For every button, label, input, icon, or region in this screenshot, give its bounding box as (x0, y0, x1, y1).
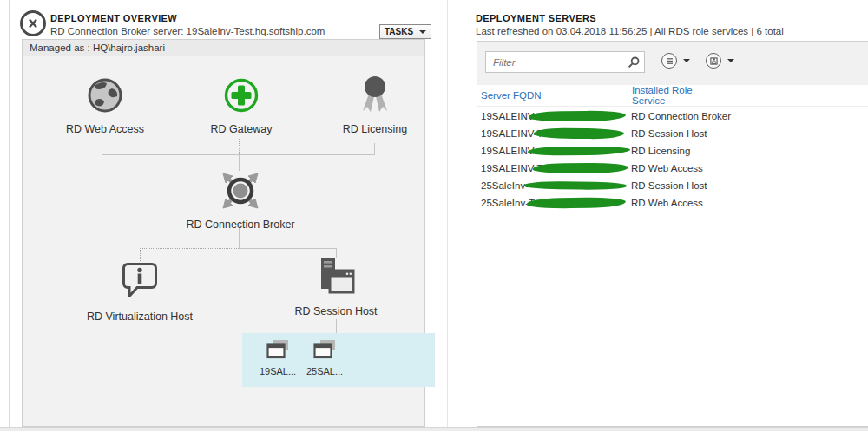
table-row[interactable]: 19SALEINV- RD Licensing (478, 142, 868, 160)
connector-to-broker (239, 154, 240, 171)
node-rd-connection-broker[interactable]: RD Connection Broker (171, 171, 310, 231)
role-service: RD Session Host (628, 128, 707, 139)
filter-box (485, 51, 645, 73)
table-row[interactable]: 19SALEINV- RD Connection Broker (478, 108, 868, 125)
servers-refreshed-line: Last refreshed on 03.04.2018 11:56:25 | … (476, 26, 784, 36)
info-bubble-icon (122, 261, 158, 297)
session-host-server-item[interactable]: 25SAL... (301, 340, 348, 376)
node-rd-gateway[interactable]: RD Gateway (185, 77, 298, 135)
connector-bracket-dotted-left (140, 248, 239, 249)
connector-gateway-dotted (239, 139, 240, 154)
table-row[interactable]: 19SALEINV-T RD Session Host (478, 125, 868, 142)
computer-window-icon (313, 340, 337, 360)
redaction-marker (523, 181, 627, 190)
column-header-installed-role-service[interactable]: Installed Role Service (628, 85, 720, 106)
role-service: RD Connection Broker (628, 111, 731, 121)
node-label: RD Gateway (185, 123, 298, 135)
tasks-button[interactable]: TASKS (379, 24, 431, 39)
servers-table-body: 19SALEINV- RD Connection Broker 19SALEIN… (478, 108, 868, 212)
redaction-marker (529, 110, 626, 121)
server-window-icon (317, 258, 355, 296)
role-service: RD Licensing (628, 146, 690, 156)
window-left-edge (9, 0, 10, 427)
server-label: 25SAL... (301, 366, 348, 376)
column-header-server-fqdn[interactable]: Server FQDN (477, 85, 628, 106)
chevron-down-icon (683, 59, 690, 62)
search-icon[interactable] (623, 52, 644, 72)
role-service: RD Web Access (628, 163, 703, 173)
chevron-down-icon (727, 59, 734, 62)
query-list-dropdown-button[interactable] (661, 53, 690, 69)
chevron-down-icon (419, 30, 426, 34)
servers-toolbar (477, 42, 868, 85)
connector-below-broker (239, 228, 240, 248)
deployment-diagram-panel: Managed as : HQ\hajro.jashari RD Web Acc… (22, 39, 425, 427)
session-host-server-item[interactable]: 19SAL... (254, 340, 301, 376)
add-plus-icon (223, 77, 260, 114)
node-rd-licensing[interactable]: RD Licensing (319, 75, 431, 135)
node-label: RD Licensing (319, 123, 431, 135)
save-query-icon (706, 53, 721, 69)
connector-virtualization-dotted-stub (140, 248, 141, 261)
table-row[interactable]: 25SaleInv- RD Session Host (478, 177, 868, 194)
overview-subtitle: RD Connection Broker server: 19SaleInv-T… (50, 26, 325, 36)
server-label: 19SAL... (254, 366, 301, 376)
role-service: RD Web Access (628, 198, 703, 208)
inward-arrows-glyph (25, 16, 41, 31)
node-label: RD Session Host (266, 305, 405, 317)
tasks-button-label: TASKS (385, 27, 413, 36)
role-service: RD Session Host (628, 180, 707, 191)
filter-input[interactable] (486, 57, 623, 68)
broker-hub-icon (220, 171, 260, 211)
servers-table-header: Server FQDN Installed Role Service (477, 85, 868, 107)
ribbon-award-icon (360, 75, 390, 115)
column-header-empty (720, 85, 868, 106)
managed-as-bar: Managed as : HQ\hajro.jashari (23, 40, 424, 56)
session-host-servers-box: 19SAL... 25SAL... (242, 333, 435, 387)
node-rd-virtualization-host[interactable]: RD Virtualization Host (70, 261, 209, 323)
node-label: RD Virtualization Host (70, 310, 209, 323)
table-row[interactable]: 25SaleInv-T RD Web Access (478, 194, 868, 212)
globe-icon (87, 77, 123, 114)
server-fqdn: 25SaleInv- (481, 180, 529, 191)
node-rd-session-host[interactable]: RD Session Host (266, 258, 405, 317)
node-rd-web-access[interactable]: RD Web Access (49, 77, 161, 135)
redaction-marker (534, 128, 624, 140)
redaction-marker (533, 163, 628, 174)
connector-licensing-stub (374, 143, 375, 154)
connector-bracket-solid-right (239, 248, 336, 249)
connector-to-servers-box (336, 319, 337, 333)
rds-deployment-screen: DEPLOYMENT OVERVIEW RD Connection Broker… (0, 0, 868, 431)
table-row[interactable]: 19SALEINV-T RD Web Access (478, 160, 868, 177)
computer-window-icon (266, 340, 290, 360)
redaction-marker (528, 146, 630, 155)
servers-title: DEPLOYMENT SERVERS (476, 13, 596, 23)
tile-column-divider (447, 0, 448, 427)
node-label: RD Connection Broker (171, 219, 310, 231)
window-bottom-edge (0, 427, 868, 431)
save-query-dropdown-button[interactable] (706, 53, 734, 69)
redaction-marker (527, 197, 626, 209)
node-label: RD Web Access (49, 123, 161, 135)
rds-overview-icon (20, 10, 46, 36)
connector-webaccess-stub (102, 143, 102, 154)
list-menu-icon (661, 53, 677, 69)
overview-title: DEPLOYMENT OVERVIEW (50, 13, 177, 23)
deployment-servers-panel: Server FQDN Installed Role Service 19SAL… (477, 41, 868, 427)
